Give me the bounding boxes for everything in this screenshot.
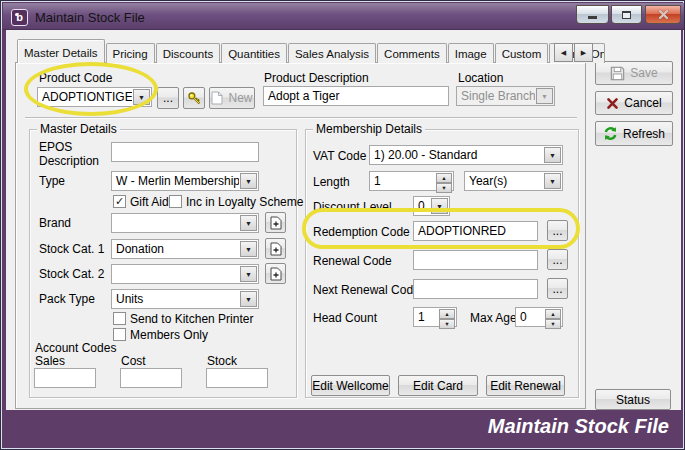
tab-sales-analysis[interactable]: Sales Analysis (288, 43, 376, 63)
tab-discounts[interactable]: Discounts (156, 43, 221, 63)
max-age-value: 0 (516, 308, 544, 326)
product-description-field[interactable]: Adopt a Tiger (263, 86, 449, 106)
cost-account-field[interactable] (120, 368, 182, 388)
location-combo[interactable]: Single Branch Only ▼ (456, 86, 555, 106)
length-stepper[interactable]: 1 ▲▼ (369, 171, 454, 191)
tab-scroll-left-button[interactable]: ◀ (554, 43, 573, 62)
type-value: W - Merlin Membership (112, 174, 239, 188)
length-label: Length (313, 175, 350, 189)
stock-cat2-label: Stock Cat. 2 (39, 267, 104, 281)
add-page-icon (270, 267, 282, 281)
chevron-down-icon[interactable]: ▼ (240, 241, 257, 257)
cancel-button[interactable]: Cancel (595, 91, 673, 115)
gift-aid-checkbox[interactable]: ✓ (113, 195, 126, 208)
max-age-stepper[interactable]: 0 ▲▼ (515, 307, 563, 327)
epos-description-field[interactable] (111, 142, 259, 162)
epos-description-label: EPOS Description (39, 140, 105, 168)
minimize-button[interactable] (576, 5, 609, 24)
stock-cat1-label: Stock Cat. 1 (39, 242, 104, 256)
tab-scroll-right-button[interactable]: ▶ (574, 43, 593, 62)
minimize-icon (588, 16, 597, 19)
chevron-down-icon[interactable]: ▼ (133, 89, 150, 105)
members-only-checkbox[interactable] (113, 328, 126, 341)
tab-pricing[interactable]: Pricing (106, 43, 155, 63)
discount-level-combo[interactable]: 0 ▼ (413, 196, 450, 216)
brand-add-button[interactable] (265, 212, 286, 233)
chevron-down-icon[interactable]: ▼ (240, 173, 257, 189)
product-code-combo[interactable]: ADOPTIONTIGER ▼ (37, 87, 152, 107)
length-unit-value: Year(s) (465, 174, 543, 188)
new-button[interactable]: New (209, 87, 255, 109)
pack-type-label: Pack Type (39, 292, 95, 306)
refresh-icon (603, 126, 618, 141)
renewal-code-field[interactable] (413, 250, 538, 270)
restore-button[interactable] (611, 5, 642, 24)
discount-level-value: 0 (414, 199, 430, 213)
renewal-browse-button[interactable]: ... (547, 249, 568, 270)
check-icon: ✓ (115, 195, 124, 207)
length-unit-combo[interactable]: Year(s) ▼ (464, 171, 563, 191)
next-renewal-code-label: Next Renewal Code (313, 283, 420, 297)
stock-account-field[interactable] (206, 368, 268, 388)
tab-strip: Master Details Pricing Discounts Quantit… (17, 39, 606, 63)
head-count-value: 1 (414, 308, 438, 326)
chevron-down-icon[interactable]: ▼ (240, 266, 257, 282)
tab-custom[interactable]: Custom (495, 43, 549, 63)
stock-cat1-add-button[interactable] (265, 238, 286, 259)
spin-up-icon[interactable]: ▲ (545, 309, 561, 319)
header-separator (25, 117, 577, 119)
chevron-down-icon[interactable]: ▼ (240, 215, 257, 231)
stock-label: Stock (207, 354, 237, 368)
refresh-button[interactable]: Refresh (595, 121, 673, 146)
stock-cat2-combo[interactable]: ▼ (111, 264, 259, 284)
stock-cat2-add-button[interactable] (265, 263, 286, 284)
next-renewal-browse-button[interactable]: ... (547, 278, 568, 299)
maintain-stock-file-window: b Maintain Stock File Master Details Pri… (0, 0, 685, 450)
cost-label: Cost (121, 354, 146, 368)
vat-code-combo[interactable]: 1) 20.00 - Standard ▼ (369, 145, 563, 165)
restore-icon (622, 11, 631, 19)
redemption-browse-button[interactable]: ... (547, 220, 568, 241)
edit-wellcome-button[interactable]: Edit Wellcome (311, 375, 390, 396)
kitchen-printer-checkbox[interactable] (113, 312, 126, 325)
product-code-label: Product Code (39, 71, 112, 85)
product-browse-button[interactable]: ... (157, 87, 179, 109)
brand-combo[interactable]: ▼ (111, 213, 259, 233)
pack-type-combo[interactable]: Units ▼ (111, 289, 259, 309)
spin-down-icon[interactable]: ▼ (439, 319, 455, 329)
spin-down-icon[interactable]: ▼ (545, 319, 561, 329)
tab-master-details[interactable]: Master Details (17, 39, 105, 63)
tab-quantities[interactable]: Quantities (221, 43, 287, 63)
close-button[interactable] (645, 5, 681, 24)
chevron-down-icon[interactable]: ▼ (544, 147, 561, 163)
product-description-label: Product Description (264, 71, 369, 85)
inc-loyalty-checkbox[interactable] (169, 195, 182, 208)
master-details-group-title: Master Details (37, 122, 120, 136)
location-value: Single Branch Only (457, 89, 535, 103)
edit-card-button[interactable]: Edit Card (398, 375, 478, 396)
spin-down-icon[interactable]: ▼ (436, 183, 452, 193)
chevron-down-icon[interactable]: ▼ (544, 173, 561, 189)
product-key-button[interactable] (183, 87, 205, 109)
edit-renewal-button[interactable]: Edit Renewal (486, 375, 565, 396)
sales-account-field[interactable] (34, 368, 96, 388)
length-value: 1 (370, 172, 435, 190)
next-renewal-code-field[interactable] (413, 279, 538, 299)
head-count-stepper[interactable]: 1 ▲▼ (413, 307, 457, 327)
save-button[interactable]: Save (595, 61, 673, 85)
cancel-x-icon (606, 97, 619, 110)
stock-cat1-combo[interactable]: Donation ▼ (111, 239, 259, 259)
tab-comments[interactable]: Comments (377, 43, 447, 63)
membership-details-group-title: Membership Details (313, 122, 425, 136)
tab-image[interactable]: Image (448, 43, 494, 63)
new-page-icon (211, 91, 223, 105)
type-combo[interactable]: W - Merlin Membership ▼ (111, 171, 259, 191)
redemption-code-field[interactable]: ADOPTIONRED (413, 221, 538, 241)
spin-up-icon[interactable]: ▲ (439, 309, 455, 319)
chevron-right-icon: ▶ (581, 49, 586, 57)
chevron-down-icon[interactable]: ▼ (431, 198, 448, 214)
add-page-icon (270, 242, 282, 256)
status-button[interactable]: Status (595, 389, 671, 410)
chevron-down-icon[interactable]: ▼ (240, 291, 257, 307)
spin-up-icon[interactable]: ▲ (436, 173, 452, 183)
